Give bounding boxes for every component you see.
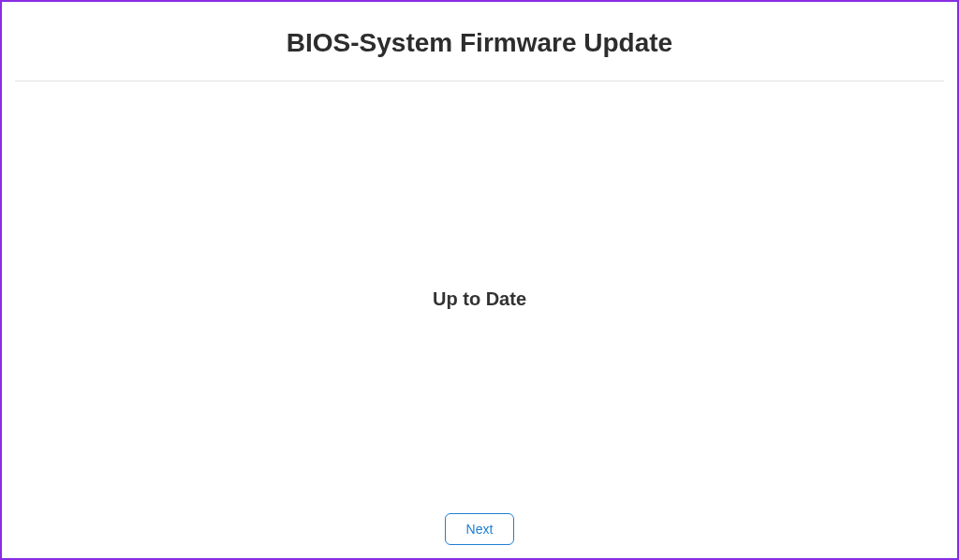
divider — [15, 81, 944, 81]
status-message: Up to Date — [433, 288, 526, 310]
footer: Next — [2, 513, 957, 545]
content-area: Up to Date — [2, 96, 957, 502]
header: BIOS-System Firmware Update — [2, 2, 957, 81]
page-title: BIOS-System Firmware Update — [21, 28, 938, 58]
next-button[interactable]: Next — [445, 513, 515, 545]
